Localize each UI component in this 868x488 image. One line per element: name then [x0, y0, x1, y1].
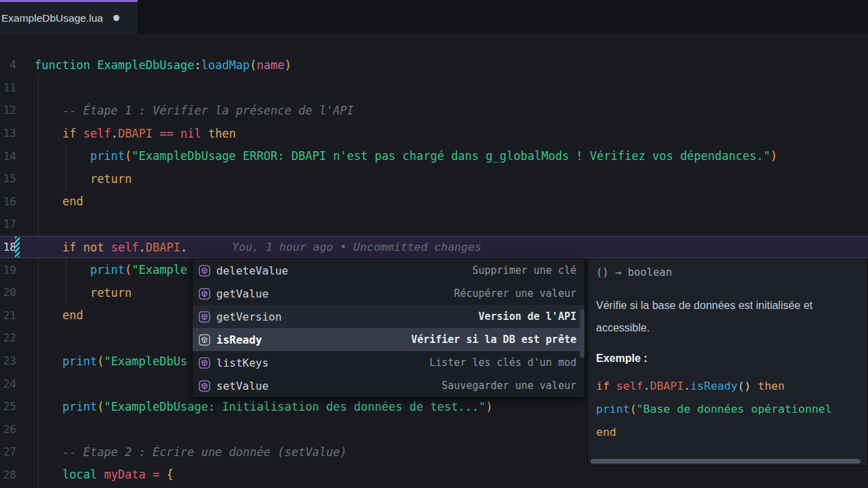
code-token: { — [167, 468, 174, 481]
docs-code-line: end — [596, 420, 859, 443]
unsaved-changes-dot-icon[interactable] — [113, 15, 119, 21]
suggestion-setValue[interactable]: setValueSauvegarder une valeur — [193, 374, 585, 397]
suggestion-detail: Récupérer une valeur — [454, 287, 576, 300]
code-token: if — [596, 380, 610, 392]
docs-description: Vérifie si la base de données est initia… — [596, 294, 862, 339]
code-line-13[interactable]: 13 if self.DBAPI == nil then — [0, 122, 868, 145]
suggest-docs-panel: () → boolean Vérifie si la base de donné… — [587, 258, 868, 466]
code-token: ( — [630, 403, 637, 415]
code-text: if self.DBAPI == nil then — [35, 127, 236, 140]
code-line-4[interactable]: 4function ExampleDbUsage:loadMap(name) — [0, 54, 868, 77]
code-editor-window: ExampleDbUsage.lua 4function ExampleDbUs… — [0, 0, 868, 488]
code-token: ( — [125, 263, 132, 277]
code-text: end — [35, 308, 83, 322]
line-number: 13 — [0, 127, 16, 140]
code-token — [104, 241, 111, 254]
code-token: . — [180, 241, 187, 254]
code-token: "Base de données opérationnel — [637, 403, 832, 415]
line-number: 11 — [0, 81, 16, 94]
code-line-17[interactable]: 17 — [0, 213, 868, 236]
code-token: name — [257, 58, 285, 72]
line-number: 25 — [0, 400, 16, 413]
line-number: 20 — [0, 286, 16, 299]
code-line-28[interactable]: 28 local myData = { — [0, 464, 868, 487]
code-text: return — [35, 286, 132, 300]
code-text: print("Example — [35, 263, 187, 277]
code-token: local — [62, 468, 97, 481]
line-number: 17 — [0, 218, 16, 230]
code-line-15[interactable]: 15 return — [0, 167, 868, 190]
suggestion-deleteValue[interactable]: deleteValueSupprimer une clé — [193, 259, 585, 282]
code-text: print("ExampleDbUs — [35, 354, 187, 368]
suggestion-getValue[interactable]: getValueRécupérer une valeur — [193, 282, 585, 305]
method-cube-icon — [198, 380, 210, 392]
tab-exampledbusage-lua[interactable]: ExampleDbUsage.lua — [0, 0, 138, 34]
code-text: -- Étape 1 : Vérifier la présence de l'A… — [35, 104, 354, 117]
code-token: -- Étape 1 : Vérifier la présence de l'A… — [62, 104, 354, 117]
code-line-11[interactable]: 11 — [0, 77, 868, 100]
code-token — [146, 468, 153, 481]
method-cube-icon — [198, 287, 210, 300]
code-token — [153, 127, 159, 140]
code-token: self — [83, 127, 111, 140]
line-number: 19 — [0, 264, 16, 277]
docs-code-line: if self.DBAPI.isReady() then — [596, 374, 859, 397]
docs-horizontal-scrollbar[interactable] — [591, 459, 861, 464]
line-number: 4 — [0, 58, 16, 71]
suggest-list: deleteValueSupprimer une clégetValueRécu… — [193, 259, 585, 397]
tab-title: ExampleDbUsage.lua — [0, 12, 103, 24]
code-token: then — [208, 127, 236, 140]
code-token: ( — [250, 58, 256, 72]
code-token — [90, 58, 97, 72]
code-token: "ExampleDbUs — [104, 354, 187, 368]
code-line-16[interactable]: 16 end — [0, 190, 868, 214]
code-token: return — [90, 286, 132, 300]
code-token: nil — [180, 127, 201, 140]
code-token: . — [684, 380, 690, 392]
line-number: 26 — [0, 423, 16, 436]
line-number: 18 — [0, 241, 16, 253]
code-token: end — [596, 426, 616, 439]
suggest-vertical-scrollbar[interactable] — [580, 309, 585, 358]
suggestion-label: setValue — [216, 380, 269, 392]
code-text: end — [35, 195, 83, 208]
code-token: if — [62, 127, 76, 140]
code-token: print — [90, 263, 125, 277]
code-token: . — [111, 127, 118, 140]
line-number: 23 — [0, 354, 16, 367]
tab-bar: ExampleDbUsage.lua — [0, 0, 868, 34]
code-token: loadMap — [201, 58, 250, 72]
code-line-14[interactable]: 14 print("ExampleDbUsage ERROR: DBAPI n'… — [0, 144, 868, 167]
code-token: ( — [97, 354, 104, 368]
line-number: 15 — [0, 172, 16, 185]
code-token: DBAPI — [146, 241, 180, 254]
code-token: self — [111, 241, 139, 254]
docs-code-line: print("Base de données opérationnel — [596, 397, 859, 420]
code-token: end — [62, 308, 83, 322]
line-number: 22 — [0, 331, 16, 344]
code-token — [751, 380, 758, 392]
code-line-18[interactable]: 18 if not self.DBAPI.You, 1 hour ago • U… — [0, 236, 868, 259]
code-token: isReady — [690, 380, 738, 392]
code-token — [97, 468, 104, 481]
line-number: 14 — [0, 150, 16, 163]
code-line-12[interactable]: 12 -- Étape 1 : Vérifier la présence de … — [0, 99, 868, 122]
line-number: 21 — [0, 309, 16, 322]
code-token — [76, 241, 83, 254]
suggestion-label: deleteValue — [216, 264, 288, 277]
code-token: print — [90, 149, 125, 163]
code-token: return — [90, 172, 132, 186]
code-token: ) — [285, 58, 292, 72]
line-number: 28 — [0, 468, 16, 481]
suggestion-getVersion[interactable]: getVersionVersion de l'API — [193, 305, 585, 328]
code-token: "ExampleDbUsage: Initialisation des donn… — [104, 400, 486, 413]
code-token: ) — [486, 400, 492, 413]
suggestion-detail: Vérifier si la DB est prête — [411, 333, 576, 346]
code-token: function — [35, 58, 90, 72]
suggestion-isReady[interactable]: isReadyVérifier si la DB est prête — [193, 328, 585, 351]
code-token — [201, 127, 208, 140]
git-blame-annotation: You, 1 hour ago • Uncommitted changes — [232, 241, 481, 253]
line-number: 27 — [0, 445, 16, 458]
code-token: : — [194, 58, 201, 72]
suggestion-listKeys[interactable]: listKeysLister les clés d'un mod — [193, 351, 585, 374]
